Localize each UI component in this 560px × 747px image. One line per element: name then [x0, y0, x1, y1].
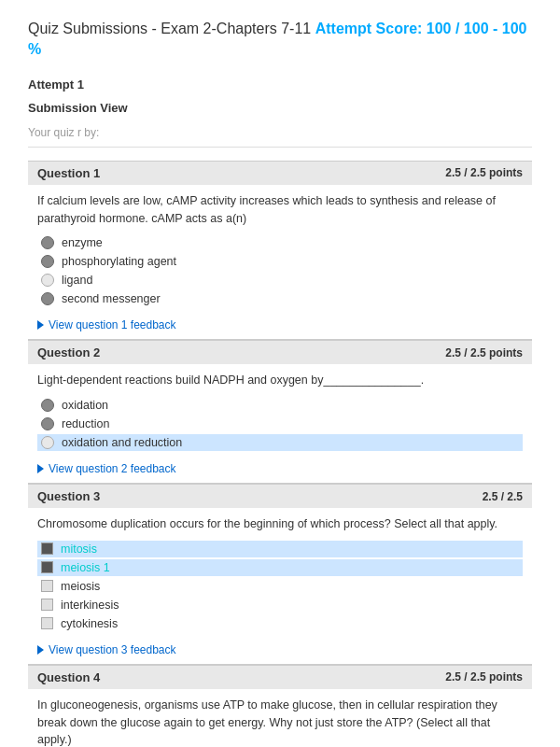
feedback-link-q3[interactable]: View question 3 feedback: [28, 638, 532, 664]
answer-label: second messenger: [62, 292, 161, 305]
question-body-1: If calcium levels are low, cAMP activity…: [28, 185, 532, 314]
radio-icon: [41, 255, 54, 268]
radio-icon: [41, 436, 54, 449]
answer-label: cytokinesis: [61, 617, 118, 630]
question-points-4: 2.5 / 2.5 points: [445, 670, 523, 684]
question-header-1: Question 12.5 / 2.5 points: [28, 161, 532, 185]
question-text-2: Light-dependent reactions build NADPH an…: [37, 372, 523, 389]
answer-label: interkinesis: [61, 599, 119, 612]
answer-option-q3-1[interactable]: mitosis: [37, 541, 523, 557]
question-body-2: Light-dependent reactions build NADPH an…: [28, 364, 532, 457]
answer-label: phosphorylating agent: [62, 255, 176, 268]
submission-view-label: Submission View: [28, 101, 532, 115]
question-block-1: Question 12.5 / 2.5 pointsIf calcium lev…: [28, 161, 532, 341]
question-points-1: 2.5 / 2.5 points: [445, 166, 523, 179]
checkbox-icon: [41, 561, 53, 573]
answer-option-q3-2[interactable]: meiosis 1: [37, 559, 523, 576]
triangle-icon: [37, 464, 44, 473]
radio-icon: [41, 399, 54, 412]
answer-option-q1-3[interactable]: ligand: [37, 272, 523, 289]
answer-option-q1-4[interactable]: second messenger: [37, 290, 523, 307]
answer-label: reduction: [62, 417, 109, 430]
question-text-3: Chromosome duplication occurs for the be…: [37, 515, 523, 533]
question-points-3: 2.5 / 2.5: [483, 490, 523, 503]
answer-option-q1-2[interactable]: phosphorylating agent: [37, 253, 523, 270]
feedback-link-q1[interactable]: View question 1 feedback: [28, 313, 532, 339]
answer-label: ligand: [62, 274, 92, 287]
question-text-1: If calcium levels are low, cAMP activity…: [37, 192, 523, 228]
radio-icon: [41, 292, 54, 305]
feedback-link-text: View question 3 feedback: [49, 643, 176, 656]
attempt-label: Attempt 1: [28, 78, 532, 92]
answer-label: meiosis 1: [61, 561, 110, 574]
question-header-3: Question 32.5 / 2.5: [28, 484, 532, 508]
radio-icon: [41, 274, 54, 287]
questions-container: Question 12.5 / 2.5 pointsIf calcium lev…: [28, 161, 532, 747]
question-header-2: Question 22.5 / 2.5 points: [28, 340, 532, 364]
question-title-1: Question 1: [37, 166, 100, 180]
triangle-icon: [37, 645, 44, 655]
answer-label: oxidation: [62, 399, 108, 412]
feedback-link-q2[interactable]: View question 2 feedback: [28, 457, 532, 483]
question-body-3: Chromosome duplication occurs for the be…: [28, 508, 532, 638]
answer-option-q3-4[interactable]: interkinesis: [37, 597, 523, 613]
checkbox-icon: [41, 580, 53, 592]
feedback-link-text: View question 1 feedback: [49, 318, 176, 331]
answer-option-q1-1[interactable]: enzyme: [37, 234, 523, 251]
quiz-info: Your quiz r by:: [28, 126, 532, 148]
triangle-icon: [37, 320, 44, 330]
answer-label: enzyme: [62, 236, 103, 249]
answer-label: oxidation and reduction: [62, 436, 182, 449]
answer-option-q2-3[interactable]: oxidation and reduction: [37, 434, 523, 451]
radio-icon: [41, 417, 54, 430]
checkbox-icon: [41, 543, 53, 555]
page-title: Quiz Submissions - Exam 2-Chapters 7-11 …: [28, 19, 532, 61]
question-points-2: 2.5 / 2.5 points: [445, 346, 523, 359]
feedback-link-text: View question 2 feedback: [49, 462, 176, 475]
question-header-4: Question 42.5 / 2.5 points: [28, 665, 532, 689]
question-title-3: Question 3: [37, 489, 100, 503]
radio-icon: [41, 236, 54, 249]
question-text-4: In gluconeogenesis, organisms use ATP to…: [37, 697, 523, 747]
question-title-4: Question 4: [37, 670, 100, 684]
checkbox-icon: [41, 599, 53, 611]
answer-label: meiosis: [61, 580, 100, 593]
question-block-4: Question 42.5 / 2.5 pointsIn gluconeogen…: [28, 665, 532, 747]
answer-option-q3-3[interactable]: meiosis: [37, 578, 523, 595]
answer-option-q3-5[interactable]: cytokinesis: [37, 615, 523, 632]
checkbox-icon: [41, 617, 53, 629]
question-title-2: Question 2: [37, 345, 100, 359]
answer-label: mitosis: [61, 543, 97, 556]
answer-option-q2-2[interactable]: reduction: [37, 416, 523, 432]
question-body-4: In gluconeogenesis, organisms use ATP to…: [28, 689, 532, 747]
question-block-2: Question 22.5 / 2.5 pointsLight-dependen…: [28, 340, 532, 484]
answer-option-q2-1[interactable]: oxidation: [37, 397, 523, 414]
question-block-3: Question 32.5 / 2.5Chromosome duplicatio…: [28, 484, 532, 665]
